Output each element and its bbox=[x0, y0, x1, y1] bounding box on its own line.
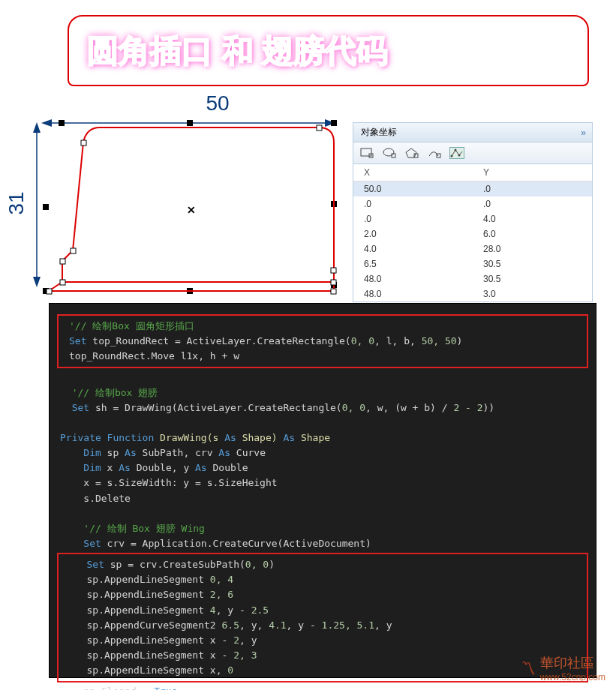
svg-rect-8 bbox=[331, 120, 337, 126]
svg-rect-13 bbox=[43, 204, 49, 210]
highlighted-code-block-1: '// 绘制Box 圆角矩形插口 Set top_RoundRect = Act… bbox=[57, 314, 588, 368]
shape-preview[interactable]: ✕ bbox=[41, 120, 338, 296]
svg-rect-6 bbox=[59, 120, 65, 126]
svg-point-31 bbox=[451, 155, 453, 158]
svg-rect-19 bbox=[81, 140, 86, 146]
svg-marker-4 bbox=[33, 122, 41, 133]
svg-point-32 bbox=[455, 149, 457, 152]
watermark: 〽 華印社區 www.52cnp.com bbox=[521, 654, 605, 682]
svg-rect-18 bbox=[71, 248, 76, 254]
coord-toolbar bbox=[353, 142, 592, 164]
svg-rect-24 bbox=[361, 148, 371, 156]
svg-rect-7 bbox=[187, 120, 193, 126]
table-row[interactable]: 48.030.5 bbox=[353, 272, 592, 286]
table-row[interactable]: 6.530.5 bbox=[353, 256, 592, 272]
coordinates-table[interactable]: X Y 50.0.0.0.0.04.02.06.04.028.06.530.54… bbox=[353, 164, 592, 302]
collapse-chevron-icon[interactable]: » bbox=[581, 128, 584, 138]
svg-point-33 bbox=[458, 154, 461, 157]
watermark-url: www.52cnp.com bbox=[540, 672, 605, 682]
code-editor[interactable]: '// 绘制Box 圆角矩形插口 Set top_RoundRect = Act… bbox=[49, 303, 596, 678]
rect-tool-icon[interactable] bbox=[359, 147, 374, 159]
design-canvas-area: 圆角插口 和 翅膀代码 50 31 bbox=[0, 0, 616, 300]
svg-rect-15 bbox=[331, 280, 336, 285]
table-row[interactable]: .0.0 bbox=[353, 196, 592, 212]
panel-titlebar[interactable]: 对象坐标 » bbox=[353, 123, 592, 142]
svg-rect-20 bbox=[317, 125, 322, 130]
title-banner: 圆角插口 和 翅膀代码 bbox=[68, 15, 589, 86]
panel-title-text: 对象坐标 bbox=[361, 126, 397, 139]
watermark-text: 華印社區 bbox=[540, 654, 605, 672]
dimension-height-label: 31 bbox=[5, 191, 29, 214]
table-row[interactable]: 50.0.0 bbox=[353, 182, 592, 197]
svg-marker-28 bbox=[406, 148, 416, 158]
dimension-width-label: 50 bbox=[135, 92, 300, 116]
table-row[interactable]: 48.03.0 bbox=[353, 286, 592, 302]
svg-text:✕: ✕ bbox=[187, 204, 196, 216]
svg-marker-5 bbox=[33, 277, 41, 287]
table-row[interactable]: 2.06.0 bbox=[353, 226, 592, 242]
page-title: 圆角插口 和 翅膀代码 bbox=[87, 30, 388, 72]
polygon-tool-icon[interactable] bbox=[404, 147, 419, 159]
svg-rect-16 bbox=[60, 280, 65, 285]
svg-point-26 bbox=[383, 148, 394, 156]
watermark-logo-icon: 〽 bbox=[521, 660, 536, 677]
curve-tool-icon[interactable] bbox=[427, 147, 442, 159]
col-header-x[interactable]: X bbox=[353, 164, 473, 182]
table-row[interactable]: .04.0 bbox=[353, 212, 592, 226]
svg-rect-22 bbox=[47, 289, 52, 294]
nodes-tool-icon[interactable] bbox=[449, 147, 464, 159]
ellipse-tool-icon[interactable] bbox=[382, 147, 397, 159]
svg-rect-23 bbox=[331, 289, 336, 294]
col-header-y[interactable]: Y bbox=[473, 164, 592, 182]
table-row[interactable]: 4.028.0 bbox=[353, 242, 592, 256]
highlighted-code-block-2: Set sp = crv.CreateSubPath(0, 0) sp.Appe… bbox=[57, 553, 588, 682]
object-coordinates-panel: 对象坐标 » X Y 50.0.0.0.0.04.02.06.04.028.06… bbox=[353, 122, 593, 302]
svg-rect-17 bbox=[60, 259, 65, 264]
svg-rect-21 bbox=[331, 268, 336, 273]
